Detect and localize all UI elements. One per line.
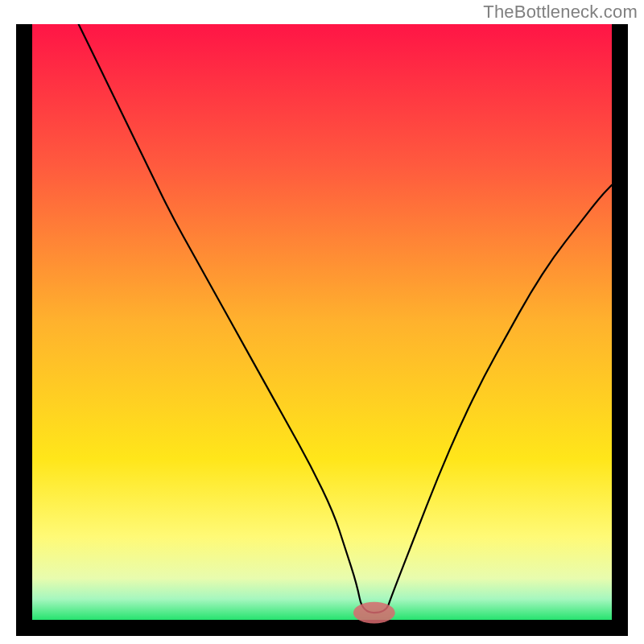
axis-bottom (16, 620, 628, 636)
chart-svg (16, 24, 628, 636)
watermark-text: TheBottleneck.com (483, 2, 638, 23)
axis-left (16, 24, 32, 636)
optimal-point-marker (353, 602, 395, 624)
axis-right (612, 24, 628, 636)
bottleneck-figure: TheBottleneck.com (0, 0, 644, 644)
chart-plot-area (16, 24, 628, 636)
chart-background-gradient (32, 24, 612, 620)
